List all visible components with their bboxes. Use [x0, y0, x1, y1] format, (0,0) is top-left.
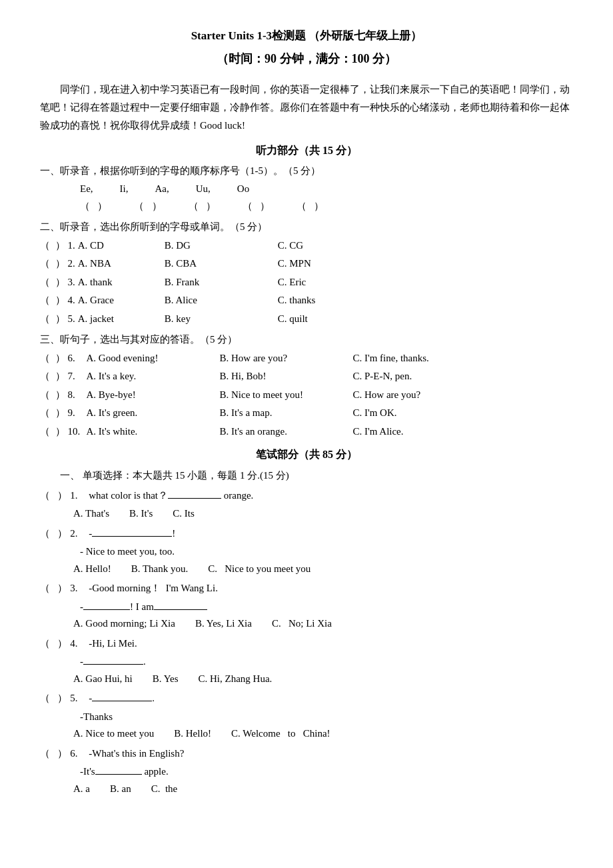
q3-q9-c: C. I'm OK. — [353, 405, 397, 422]
q3-q8-a: A. Bye-bye! — [87, 387, 220, 404]
w-q4-paren-close: ） — [50, 635, 67, 653]
w-q1-paren-close: ） — [50, 487, 67, 505]
letter-ii: Ii, — [120, 181, 129, 198]
w-q5-paren-close: ） — [50, 690, 67, 707]
q2-q5-num: 5. — [68, 311, 75, 328]
q2-q4-paren-open: （ — [40, 292, 50, 309]
q2-q4-a: A. Grace — [78, 292, 165, 309]
q3-q9-num: 9. — [68, 405, 87, 422]
w-q2-text: -! — [89, 525, 175, 543]
w-q2-num: 2. — [70, 525, 89, 543]
q3-q10-num: 10. — [68, 423, 87, 441]
writing-q2-stem: （ ） 2. -! — [40, 525, 573, 543]
w-q2-optA: A. Hello! — [73, 561, 111, 578]
q2-q2-a: A. NBA — [78, 255, 165, 273]
q3-q6-paren-close: ） — [50, 350, 65, 367]
listening-section-title: 听力部分（共 15 分） — [40, 141, 573, 159]
q3-q10-a: A. It's white. — [87, 423, 220, 441]
w-q1-optA: A. That's — [73, 505, 109, 523]
q2-q5-b: B. key — [165, 311, 278, 328]
q3-q10-paren-close: ） — [50, 423, 65, 441]
q2-q1-paren-close: ） — [50, 237, 65, 255]
w-q1-text: what color is that？ orange. — [89, 487, 253, 505]
q3-q7-paren-open: （ — [40, 368, 50, 385]
writing-q6-options: A. a B. an C. the — [73, 781, 573, 798]
writing-q6: （ ） 6. -What's this in English? -It's ap… — [40, 745, 573, 798]
writing-q4-stem: （ ） 4. -Hi, Li Mei. — [40, 635, 573, 653]
writing-q1-options: A. That's B. It's C. Its — [73, 505, 573, 523]
q3-q6-paren-open: （ — [40, 350, 50, 367]
w-q6-text: -What's this in English? — [89, 745, 184, 763]
q2-q4-b: B. Alice — [165, 292, 278, 309]
q3-q7-c: C. P-E-N, pen. — [353, 368, 412, 385]
w-q6-optB: B. an — [110, 781, 131, 798]
writing-q1: （ ） 1. what color is that？ orange. A. Th… — [40, 487, 573, 523]
q3-q6-c: C. I'm fine, thanks. — [353, 350, 429, 367]
w-q6-optC: C. the — [151, 781, 178, 798]
q3-q7-paren-close: ） — [50, 368, 65, 385]
q2-q4-c: C. thanks — [278, 292, 316, 309]
writing-q3-stem: （ ） 3. -Good morning！ I'm Wang Li. — [40, 580, 573, 597]
q2-q4-paren-close: ） — [50, 292, 65, 309]
w-q1-paren-open: （ — [40, 487, 50, 505]
q2-q1: （ ） 1. A. CD B. DG C. CG — [40, 237, 573, 255]
writing-section-title: 笔试部分（共 85 分） — [40, 445, 573, 463]
q3-q10-c: C. I'm Alice. — [353, 423, 404, 441]
q3-q8: （ ） 8. A. Bye-bye! B. Nice to meet you! … — [40, 387, 573, 404]
q2-label: 二、听录音，选出你所听到的字母或单词。（5 分） — [40, 219, 573, 236]
writing-q1-stem: （ ） 1. what color is that？ orange. — [40, 487, 573, 505]
q2-q3: （ ） 3. A. thank B. Frank C. Eric — [40, 274, 573, 291]
w-q5-optB: B. Hello! — [174, 725, 211, 743]
blank-paren-2: （ ） — [134, 198, 161, 215]
w-q3-optC: C. No; Li Xia — [272, 615, 332, 633]
w-q2-paren-open: （ — [40, 525, 50, 543]
q3-q7: （ ） 7. A. It's a key. B. Hi, Bob! C. P-E… — [40, 368, 573, 385]
writing-q5-sub: -Thanks — [80, 709, 573, 726]
q3-q9-paren-close: ） — [50, 405, 65, 422]
w-q5-paren-open: （ — [40, 690, 50, 707]
writing-q3: （ ） 3. -Good morning！ I'm Wang Li. -! I … — [40, 580, 573, 633]
q2-q1-num: 1. — [68, 237, 75, 255]
writing-q5: （ ） 5. -. -Thanks A. Nice to meet you B.… — [40, 690, 573, 743]
q2-q5-c: C. quilt — [278, 311, 308, 328]
w-q3-paren-close: ） — [50, 580, 67, 597]
w-q1-optC: C. Its — [173, 505, 195, 523]
q3-q9-b: B. It's a map. — [220, 405, 353, 422]
q3-questions: （ ） 6. A. Good evening! B. How are you? … — [40, 350, 573, 441]
w-q3-paren-open: （ — [40, 580, 50, 597]
letter-aa: Aa, — [155, 181, 169, 198]
w-q3-num: 3. — [70, 580, 89, 597]
q3-q7-a: A. It's a key. — [87, 368, 220, 385]
writing-section: 一、 单项选择：本大题共 15 小题，每题 1 分.(15 分) （ ） 1. … — [40, 467, 573, 797]
q3-q8-paren-close: ） — [50, 387, 65, 404]
writing-q3-options: A. Good morning; Li Xia B. Yes, Li Xia C… — [73, 615, 573, 633]
q2-q5-a: A. jacket — [78, 311, 165, 328]
writing-q6-stem: （ ） 6. -What's this in English? — [40, 745, 573, 763]
w-q1-optB: B. It's — [129, 505, 153, 523]
q2-q2-b: B. CBA — [165, 255, 278, 273]
q2-q3-paren-open: （ — [40, 274, 50, 291]
q2-questions: （ ） 1. A. CD B. DG C. CG （ ） 2. A. NBA B… — [40, 237, 573, 328]
q2-q1-c: C. CG — [278, 237, 303, 255]
writing-q4: （ ） 4. -Hi, Li Mei. -. A. Gao Hui, hi B.… — [40, 635, 573, 688]
q2-q1-b: B. DG — [165, 237, 278, 255]
letter-uu: Uu, — [196, 181, 211, 198]
w-q4-optB: B. Yes — [153, 671, 179, 688]
w-q6-paren-close: ） — [50, 745, 67, 763]
q3-label: 三、听句子，选出与其对应的答语。（5 分） — [40, 331, 573, 349]
q3-q6-num: 6. — [68, 350, 87, 367]
w-q4-optA: A. Gao Hui, hi — [73, 671, 133, 688]
writing-q4-options: A. Gao Hui, hi B. Yes C. Hi, Zhang Hua. — [73, 671, 573, 688]
q2-q3-a: A. thank — [78, 274, 165, 291]
w-q6-num: 6. — [70, 745, 89, 763]
writing-q6-sub: -It's apple. — [80, 763, 573, 781]
page-subtitle: （时间：90 分钟，满分：100 分） — [40, 49, 573, 69]
w-q5-text: -. — [89, 690, 155, 707]
w-q3-optB: B. Yes, Li Xia — [195, 615, 252, 633]
w-q5-optA: A. Nice to meet you — [73, 725, 154, 743]
blank-paren-5: （ ） — [297, 198, 324, 215]
q2-q5-paren-close: ） — [50, 311, 65, 328]
q3-q9: （ ） 9. A. It's green. B. It's a map. C. … — [40, 405, 573, 422]
w-q2-optB: B. Thank you. — [131, 561, 189, 578]
writing-q2: （ ） 2. -! - Nice to meet you, too. A. He… — [40, 525, 573, 578]
